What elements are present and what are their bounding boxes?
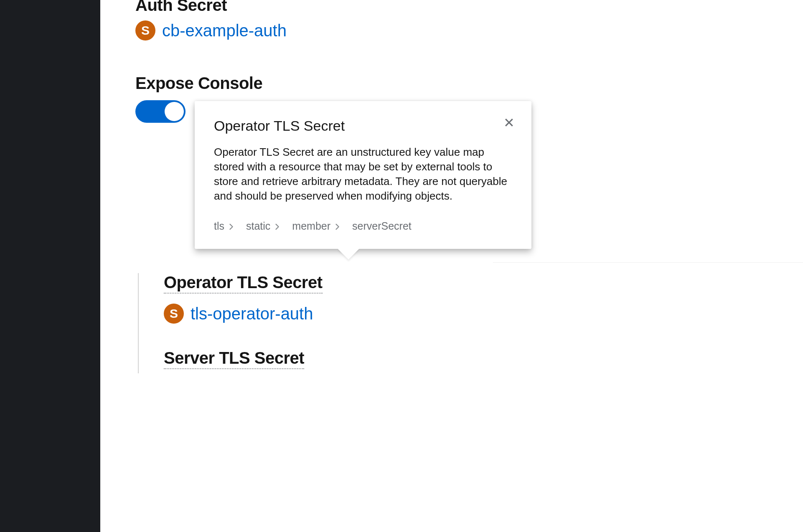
popover-operator-tls: ✕ Operator TLS Secret Operator TLS Secre… [195, 101, 531, 249]
divider-line [493, 262, 803, 263]
popover-body: Operator TLS Secret are an unstructured … [214, 145, 512, 203]
chevron-right-icon [229, 221, 234, 231]
label-auth-secret: Auth Secret [135, 0, 803, 15]
close-icon[interactable]: ✕ [503, 116, 515, 129]
breadcrumb: tls static member serverSecret [214, 220, 512, 232]
label-operator-tls[interactable]: Operator TLS Secret [164, 273, 323, 294]
toggle-expose-console[interactable] [135, 100, 186, 123]
main-content: Auth Secret S cb-example-auth Expose Con… [100, 0, 803, 532]
secret-badge-icon: S [135, 20, 155, 41]
field-auth-secret: Auth Secret S cb-example-auth [135, 0, 803, 41]
link-operator-tls[interactable]: tls-operator-auth [191, 304, 313, 323]
link-auth-secret[interactable]: cb-example-auth [162, 21, 287, 40]
secret-badge-icon: S [164, 304, 184, 324]
breadcrumb-item: member [292, 220, 330, 232]
field-operator-tls: Operator TLS Secret S tls-operator-auth [164, 273, 803, 324]
label-expose-console: Expose Console [135, 74, 803, 93]
chevron-right-icon [274, 221, 280, 231]
label-server-tls[interactable]: Server TLS Secret [164, 349, 304, 369]
breadcrumb-item: tls [214, 220, 224, 232]
sidebar [0, 0, 100, 532]
breadcrumb-item: serverSecret [352, 220, 412, 232]
toggle-knob [165, 102, 184, 121]
breadcrumb-item: static [246, 220, 270, 232]
chevron-right-icon [335, 221, 341, 231]
field-server-tls: Server TLS Secret [164, 349, 803, 373]
popover-title: Operator TLS Secret [214, 118, 512, 134]
